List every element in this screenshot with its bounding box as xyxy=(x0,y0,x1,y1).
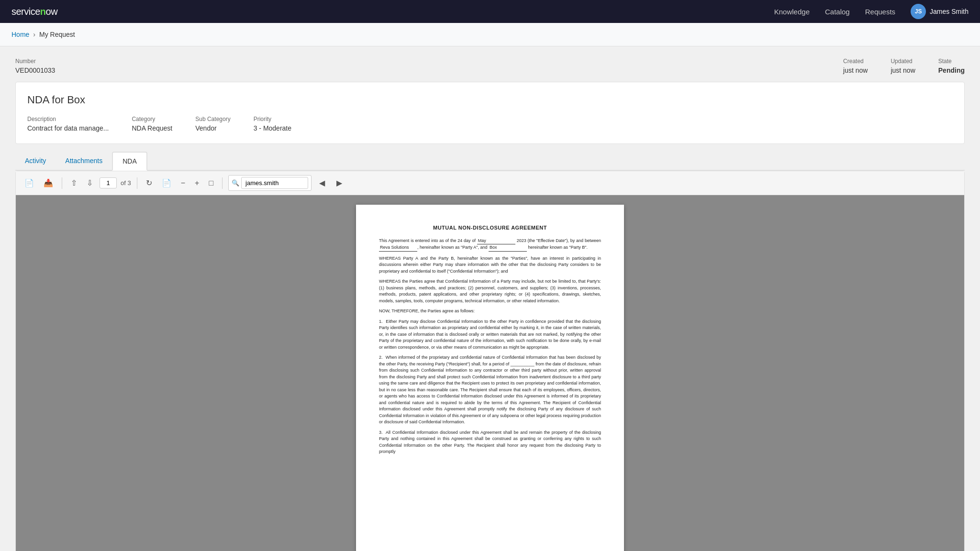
pdf-zoom-out-btn[interactable]: − xyxy=(178,177,188,189)
card-title: NDA for Box xyxy=(27,94,953,106)
logo[interactable]: servicenow xyxy=(11,6,57,17)
pdf-page: MUTUAL NON-DISCLOSURE AGREEMENT This Agr… xyxy=(356,205,624,551)
tab-attachments[interactable]: Attachments xyxy=(56,152,112,171)
updated-label: Updated xyxy=(891,58,915,65)
pdf-nav-next-btn[interactable]: ▶ xyxy=(333,176,346,189)
pdf-doc-title: MUTUAL NON-DISCLOSURE AGREEMENT xyxy=(379,224,601,232)
pdf-fit-btn[interactable]: □ xyxy=(206,177,216,189)
pdf-section3: 3. All Confidential Information disclose… xyxy=(379,430,601,455)
top-navigation: servicenow Knowledge Catalog Requests JS… xyxy=(0,0,980,23)
breadcrumb-home[interactable]: Home xyxy=(11,31,29,38)
updated-group: Updated just now xyxy=(891,58,915,74)
category-field: Category NDA Request xyxy=(132,116,172,132)
nav-catalog[interactable]: Catalog xyxy=(825,8,850,16)
pdf-nav-prev-btn[interactable]: ◀ xyxy=(315,176,329,189)
request-card: NDA for Box Description Contract for dat… xyxy=(15,82,965,144)
category-value: NDA Request xyxy=(132,124,172,132)
pdf-viewer: 📄 📥 ⇧ ⇩ of 3 ↻ 📄 − + □ 🔍 ◀ ▶ MUTUAL NON- xyxy=(15,171,965,551)
breadcrumb-current: My Request xyxy=(39,31,75,38)
state-label: State xyxy=(938,58,965,65)
category-label: Category xyxy=(132,116,172,122)
created-value: just now xyxy=(843,66,868,74)
number-value: VED0001033 xyxy=(15,66,55,74)
description-label: Description xyxy=(27,116,109,122)
subcategory-value: Vendor xyxy=(195,124,230,132)
pdf-section2: 2. When informed of the proprietary and … xyxy=(379,354,601,426)
main-content: Number VED0001033 Created just now Updat… xyxy=(0,46,980,551)
pdf-body: This Agreement is entered into as of the… xyxy=(379,238,601,455)
toolbar-sep-2 xyxy=(137,177,137,189)
pdf-search-input[interactable] xyxy=(241,177,308,189)
pdf-whereas2: WHEREAS the Parties agree that Confident… xyxy=(379,278,601,304)
pdf-zoom-in-btn[interactable]: + xyxy=(192,177,202,189)
user-name: James Smith xyxy=(930,8,969,15)
avatar: JS xyxy=(911,4,926,19)
description-value: Contract for data manage... xyxy=(27,124,109,132)
request-number-section: Number VED0001033 xyxy=(15,58,55,74)
breadcrumb: Home › My Request xyxy=(0,23,980,46)
state-value: Pending xyxy=(938,66,965,74)
pdf-section1: 1. Either Party may disclose Confidentia… xyxy=(379,319,601,351)
pdf-rotate-btn[interactable]: ↻ xyxy=(143,176,155,189)
card-fields: Description Contract for data manage... … xyxy=(27,116,953,132)
user-menu[interactable]: JS James Smith xyxy=(911,4,969,19)
priority-value: 3 - Moderate xyxy=(254,124,291,132)
pdf-toolbar: 📄 📥 ⇧ ⇩ of 3 ↻ 📄 − + □ 🔍 ◀ ▶ xyxy=(16,171,964,195)
pdf-document-area: MUTUAL NON-DISCLOSURE AGREEMENT This Agr… xyxy=(16,195,964,551)
search-icon: 🔍 xyxy=(232,179,239,187)
pdf-page-input[interactable] xyxy=(100,177,117,188)
nav-links: Knowledge Catalog Requests JS James Smit… xyxy=(774,4,969,19)
subcategory-field: Sub Category Vendor xyxy=(195,116,230,132)
nav-requests[interactable]: Requests xyxy=(865,8,895,16)
updated-value: just now xyxy=(891,66,915,74)
toolbar-sep-1 xyxy=(62,177,62,189)
logo-text: servicenow xyxy=(11,6,57,17)
pdf-next-page-btn[interactable]: ⇩ xyxy=(84,176,96,189)
pdf-search-wrapper: 🔍 xyxy=(228,175,312,191)
breadcrumb-separator: › xyxy=(33,31,35,38)
pdf-party-a-field: Reva Solutions xyxy=(379,244,417,252)
pdf-intro-line: This Agreement is entered into as of the… xyxy=(379,238,601,252)
request-meta: Number VED0001033 Created just now Updat… xyxy=(15,58,965,74)
tab-nda[interactable]: NDA xyxy=(112,152,147,171)
created-group: Created just now xyxy=(843,58,868,74)
priority-field: Priority 3 - Moderate xyxy=(254,116,291,132)
pdf-upload-btn[interactable]: 📄 xyxy=(22,176,37,189)
pdf-download-btn[interactable]: 📥 xyxy=(41,176,56,189)
number-label: Number xyxy=(15,58,55,65)
created-label: Created xyxy=(843,58,868,65)
tabs-bar: Activity Attachments NDA xyxy=(15,152,965,171)
nav-knowledge[interactable]: Knowledge xyxy=(774,8,810,16)
pdf-prev-page-btn[interactable]: ⇧ xyxy=(68,176,80,189)
state-group: State Pending xyxy=(938,58,965,74)
priority-label: Priority xyxy=(254,116,291,122)
pdf-extract-btn[interactable]: 📄 xyxy=(159,176,174,189)
pdf-whereas1: WHEREAS Party A and the Party B, hereina… xyxy=(379,255,601,275)
logo-dot: n xyxy=(40,6,46,17)
description-field: Description Contract for data manage... xyxy=(27,116,109,132)
toolbar-sep-3 xyxy=(222,177,223,189)
pdf-therefore: NOW, THEREFORE, the Parties agree as fol… xyxy=(379,308,601,315)
tab-activity[interactable]: Activity xyxy=(15,152,56,171)
pdf-month-field: May xyxy=(477,238,515,245)
pdf-page-total: of 3 xyxy=(121,179,131,187)
request-meta-right: Created just now Updated just now State … xyxy=(843,58,965,74)
subcategory-label: Sub Category xyxy=(195,116,230,122)
pdf-party-b-field: Box xyxy=(489,244,527,252)
